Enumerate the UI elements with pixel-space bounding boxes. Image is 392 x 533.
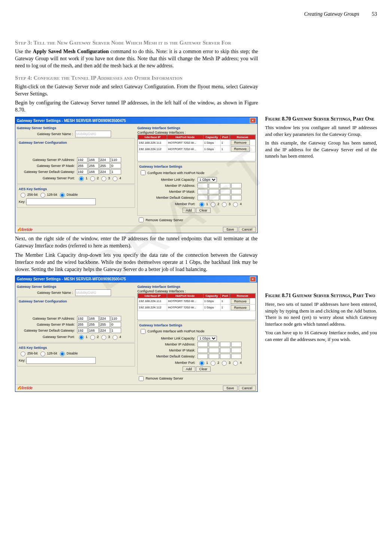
table-row[interactable]: 192.168.224.111HOTPORT 7202-W...1 Gbps1R…	[138, 140, 255, 146]
add-button[interactable]: Add	[183, 366, 195, 372]
gw-4[interactable]	[111, 328, 121, 333]
remove-button[interactable]: Remove	[231, 305, 250, 310]
mask-2[interactable]	[88, 163, 99, 168]
key-input[interactable]	[26, 357, 96, 364]
mgw-1[interactable]	[197, 195, 208, 200]
gateway-name-input[interactable]	[75, 131, 111, 137]
port-3[interactable]	[101, 335, 106, 340]
mask-1[interactable]	[77, 163, 88, 168]
mip-3[interactable]	[220, 183, 230, 188]
gw-4[interactable]	[111, 169, 121, 174]
mip-4[interactable]	[231, 183, 242, 188]
mport-3[interactable]	[222, 202, 227, 207]
mgw-2[interactable]	[209, 195, 219, 200]
mip-2[interactable]	[209, 183, 219, 188]
mgw-4[interactable]	[231, 354, 242, 359]
cancel-button[interactable]: Cancel	[239, 386, 256, 391]
mmask-1[interactable]	[197, 348, 208, 353]
ip-4[interactable]	[111, 157, 121, 162]
mport-3[interactable]	[222, 361, 227, 366]
port-4[interactable]	[113, 176, 117, 181]
mport-4[interactable]	[233, 361, 238, 366]
aes-disable[interactable]	[60, 351, 65, 356]
mask-3[interactable]	[99, 163, 110, 168]
mmask-2[interactable]	[209, 189, 219, 194]
mgw-3[interactable]	[220, 195, 230, 200]
aes-128[interactable]	[40, 193, 45, 198]
gw-2[interactable]	[88, 328, 99, 333]
ip-1[interactable]	[77, 316, 88, 321]
port-3[interactable]	[101, 176, 106, 181]
mmask-4[interactable]	[231, 189, 242, 194]
gw-3[interactable]	[99, 169, 110, 174]
mip-2[interactable]	[209, 342, 219, 347]
port-4[interactable]	[113, 335, 117, 340]
port-1[interactable]	[79, 176, 84, 181]
gw-2[interactable]	[88, 169, 99, 174]
mask-4[interactable]	[111, 322, 121, 327]
ip-2[interactable]	[88, 316, 99, 321]
remove-gs-check[interactable]	[139, 376, 144, 381]
gw-3[interactable]	[99, 328, 110, 333]
mask-4[interactable]	[111, 163, 121, 168]
mgw-1[interactable]	[197, 354, 208, 359]
mmask-3[interactable]	[220, 189, 230, 194]
port-2[interactable]	[90, 335, 95, 340]
link-capacity-select[interactable]: 1 Gbps	[197, 336, 217, 341]
cancel-button[interactable]: Cancel	[239, 227, 256, 232]
link-capacity-select[interactable]: 1 Gbps	[197, 177, 217, 182]
ip-3[interactable]	[99, 316, 110, 321]
mgw-2[interactable]	[209, 354, 219, 359]
mport-2[interactable]	[211, 361, 215, 366]
gw-1[interactable]	[77, 328, 88, 333]
clear-button[interactable]: Clear	[196, 208, 211, 213]
aes-256[interactable]	[21, 193, 25, 198]
add-button[interactable]: Add	[183, 208, 195, 213]
aes-256[interactable]	[21, 351, 25, 356]
gw-1[interactable]	[77, 169, 88, 174]
port-1[interactable]	[79, 335, 84, 340]
mask-3[interactable]	[99, 322, 110, 327]
remove-button[interactable]: Remove	[231, 140, 250, 145]
close-icon[interactable]: ×	[250, 118, 256, 123]
port-2[interactable]	[90, 176, 95, 181]
bold-cmd: Apply Saved Mesh Configuration	[33, 49, 109, 54]
gateway-name-input[interactable]	[75, 289, 111, 296]
ip-label: Gateway Server IP Address:	[19, 317, 75, 320]
mask-2[interactable]	[88, 322, 99, 327]
remove-button[interactable]: Remove	[231, 146, 250, 152]
mip-3[interactable]	[220, 342, 230, 347]
table-row[interactable]: 192.168.224.111HOTPORT 7202-W...1 Gbps1R…	[138, 298, 255, 304]
remove-gs-check[interactable]	[139, 217, 144, 222]
table-row[interactable]: 192.168.224.112HOTPORT 7202-W...1 Gbps1R…	[138, 304, 255, 311]
mmask-2[interactable]	[209, 348, 219, 353]
ip-3[interactable]	[99, 157, 110, 162]
mmask-1[interactable]	[197, 189, 208, 194]
ip-2[interactable]	[88, 157, 99, 162]
mask-1[interactable]	[77, 322, 88, 327]
mip-4[interactable]	[231, 342, 242, 347]
aes-disable[interactable]	[60, 193, 65, 198]
mport-1[interactable]	[199, 361, 204, 366]
mgw-3[interactable]	[220, 354, 230, 359]
ip-4[interactable]	[111, 316, 121, 321]
clear-button[interactable]: Clear	[196, 366, 211, 372]
table-row[interactable]: 192.168.224.112HOTPORT 7202-W...1 Gbps1R…	[138, 146, 255, 152]
remove-button[interactable]: Remove	[231, 299, 250, 304]
key-input[interactable]	[26, 198, 96, 205]
mport-4[interactable]	[233, 202, 238, 207]
mgw-4[interactable]	[231, 195, 242, 200]
save-button[interactable]: Save	[223, 227, 238, 232]
cfg-hotport-check[interactable]	[141, 170, 146, 175]
mmask-4[interactable]	[231, 348, 242, 353]
mip-1[interactable]	[197, 342, 208, 347]
mport-2[interactable]	[211, 202, 215, 207]
save-button[interactable]: Save	[223, 386, 238, 391]
aes-128[interactable]	[40, 351, 45, 356]
mport-1[interactable]	[199, 202, 204, 207]
ip-1[interactable]	[77, 157, 88, 162]
mip-1[interactable]	[197, 183, 208, 188]
cfg-hotport-check[interactable]	[141, 329, 146, 334]
mmask-3[interactable]	[220, 348, 230, 353]
close-icon[interactable]: ×	[250, 277, 256, 282]
